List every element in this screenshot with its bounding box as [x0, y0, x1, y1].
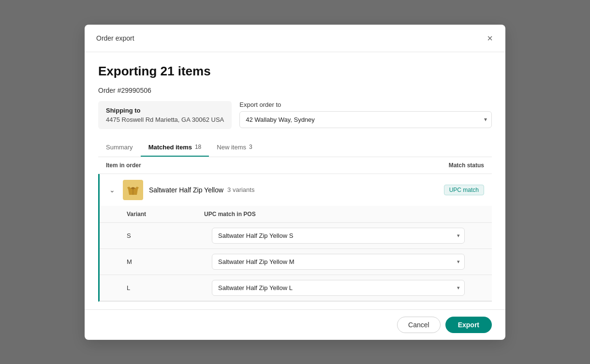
product-variants-label: 3 variants: [227, 186, 254, 193]
export-to-section: Export order to 42 Wallaby Way, Sydney ▾: [239, 101, 492, 128]
export-to-label: Export order to: [239, 101, 492, 108]
shipping-address: 4475 Roswell Rd Marietta, GA 30062 USA: [106, 116, 224, 123]
variant-select-wrap-l: Saltwater Half Zip Yellow L ▾: [212, 280, 465, 296]
expand-button[interactable]: ⌄: [107, 185, 117, 195]
modal-title: Order export: [96, 34, 134, 42]
modal-body: Exporting 21 items Order #29990506 Shipp…: [85, 52, 505, 309]
order-export-modal: Order export × Exporting 21 items Order …: [85, 25, 505, 340]
tab-summary[interactable]: Summary: [98, 139, 141, 157]
variant-row-m: M Saltwater Half Zip Yellow M ▾: [100, 249, 492, 275]
order-number: Order #29990506: [98, 87, 492, 94]
variant-row-s: S Saltwater Half Zip Yellow S ▾: [100, 223, 492, 249]
close-button[interactable]: ×: [486, 32, 494, 44]
variants-section: Variant UPC match in POS S Saltwater Hal…: [100, 206, 492, 301]
product-name: Saltwater Half Zip Yellow: [149, 186, 223, 194]
product-image: [123, 180, 143, 200]
export-button[interactable]: Export: [445, 317, 492, 333]
table-header: Item in order Match status: [98, 157, 492, 174]
col-match-header: Match status: [426, 162, 484, 169]
modal-overlay: Order export × Exporting 21 items Order …: [0, 0, 590, 364]
jacket-icon: [124, 181, 142, 199]
info-row: Shipping to 4475 Roswell Rd Marietta, GA…: [98, 101, 492, 129]
export-destination-wrapper: 42 Wallaby Way, Sydney ▾: [239, 111, 492, 128]
product-row: ⌄: [98, 174, 492, 302]
variant-select-wrap-m: Saltwater Half Zip Yellow M ▾: [212, 254, 465, 270]
cancel-button[interactable]: Cancel: [397, 317, 441, 333]
col-item-header: Item in order: [106, 162, 426, 169]
tab-summary-label: Summary: [106, 144, 133, 151]
tab-new-badge: 3: [249, 144, 252, 150]
variant-col-match-header: UPC match in POS: [204, 211, 465, 218]
upc-match-badge: UPC match: [444, 185, 484, 195]
shipping-box: Shipping to 4475 Roswell Rd Marietta, GA…: [98, 101, 232, 129]
product-info: Saltwater Half Zip Yellow 3 variants: [149, 186, 438, 194]
variant-size-m: M: [127, 258, 204, 265]
modal-header: Order export ×: [85, 25, 505, 52]
variant-select-s[interactable]: Saltwater Half Zip Yellow S: [212, 228, 465, 244]
export-heading: Exporting 21 items: [98, 64, 492, 79]
shipping-label: Shipping to: [106, 107, 224, 114]
tab-matched-label: Matched items: [148, 144, 192, 151]
tabs-bar: Summary Matched items 18 New items 3: [98, 139, 492, 157]
variant-size-s: S: [127, 232, 204, 239]
variant-select-l[interactable]: Saltwater Half Zip Yellow L: [212, 280, 465, 296]
tab-matched-badge: 18: [195, 144, 201, 150]
variant-col-name-header: Variant: [127, 211, 204, 218]
items-table: Item in order Match status ⌄: [98, 157, 492, 302]
variant-select-m[interactable]: Saltwater Half Zip Yellow M: [212, 254, 465, 270]
variant-row-l: L Saltwater Half Zip Yellow L ▾: [100, 275, 492, 301]
variant-size-l: L: [127, 284, 204, 291]
tab-new-label: New items: [217, 144, 246, 151]
export-destination-select[interactable]: 42 Wallaby Way, Sydney: [239, 111, 492, 128]
product-main-row: ⌄: [100, 174, 492, 206]
tab-new-items[interactable]: New items 3: [209, 139, 260, 157]
modal-footer: Cancel Export: [85, 309, 505, 340]
tab-matched-items[interactable]: Matched items 18: [141, 139, 209, 157]
variants-header: Variant UPC match in POS: [100, 206, 492, 223]
variant-select-wrap-s: Saltwater Half Zip Yellow S ▾: [212, 228, 465, 244]
